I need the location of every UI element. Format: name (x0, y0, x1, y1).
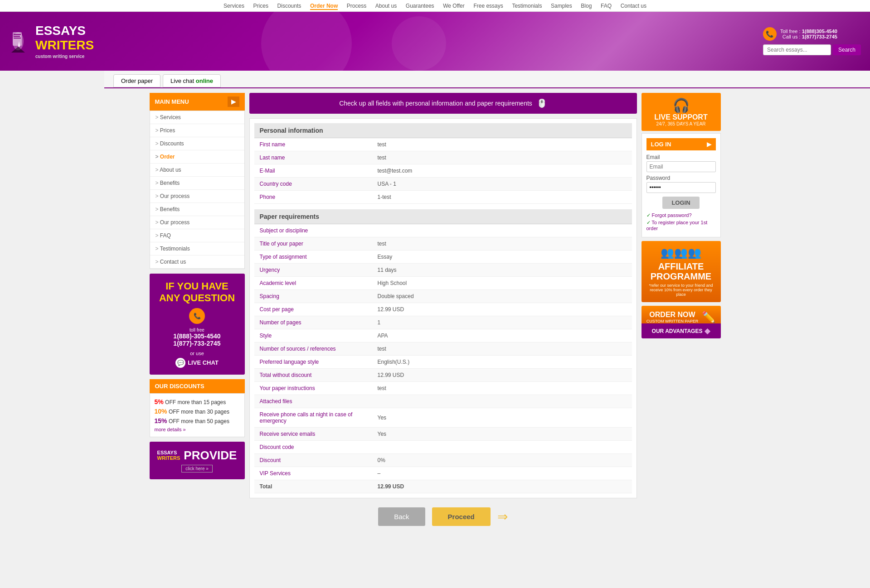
password-input[interactable] (646, 182, 716, 193)
field-value: 12.99 USD (372, 303, 632, 316)
chat-icon: 💬 (175, 358, 185, 368)
button-row: Back Proceed ⇒ (249, 507, 637, 526)
sidebar-item-about-us[interactable]: About us (150, 164, 244, 177)
ep-click[interactable]: click here » (181, 465, 213, 472)
proceed-arrow-icon: ⇒ (497, 509, 508, 524)
discount-item-15: 15% OFF more than 50 pages (155, 417, 240, 424)
field-value: 11 days (372, 264, 632, 277)
review-section: Personal information First name test Las… (249, 118, 637, 498)
table-row: Urgency 11 days (254, 264, 632, 277)
live-support-title: LIVE SUPPORT (646, 113, 716, 121)
sidebar-item-our-process2[interactable]: Our process (150, 216, 244, 229)
order-now-title: ORDER NOW (646, 310, 699, 319)
field-label: Spacing (254, 290, 372, 303)
field-value: APA (372, 329, 632, 342)
nav-services[interactable]: Services (224, 3, 244, 9)
nav-prices[interactable]: Prices (253, 3, 268, 9)
sidebar-item-benefits1[interactable]: Benefits (150, 177, 244, 190)
table-row: Total without discount 12.99 USD (254, 369, 632, 382)
essays-provide-banner[interactable]: ESSAYS WRITERS PROVIDE click here » (150, 442, 245, 479)
logo-area: ESSAYS WRITERS custom writing service (9, 24, 94, 59)
table-row: Spacing Double spaced (254, 290, 632, 303)
field-label: First name (254, 138, 372, 151)
search-area: Search (763, 44, 861, 55)
login-button[interactable]: LOGIN (662, 197, 699, 209)
nav-samples[interactable]: Samples (551, 3, 572, 9)
discount-item-5: 5% OFF more than 15 pages (155, 398, 240, 405)
sidebar-item-our-process1[interactable]: Our process (150, 190, 244, 203)
question-box: IF YOU HAVE ANY QUESTION 📞 toll free 1(8… (150, 274, 245, 375)
sidebar-item-faq[interactable]: FAQ (150, 229, 244, 242)
proceed-button[interactable]: Proceed (432, 507, 491, 526)
field-value: 0% (372, 454, 632, 467)
field-label: VIP Services (254, 467, 372, 480)
live-chat-label[interactable]: LIVE CHAT (188, 359, 219, 366)
back-button[interactable]: Back (378, 507, 425, 526)
sidebar-item-benefits2[interactable]: Benefits (150, 203, 244, 216)
field-value (372, 224, 632, 237)
field-value: High School (372, 277, 632, 290)
nav-free-essays[interactable]: Free essays (473, 3, 503, 9)
table-row: Country code USA - 1 (254, 178, 632, 191)
main-content: Check up all fields with personal inform… (249, 93, 637, 526)
search-input[interactable] (763, 44, 831, 55)
nav-discounts[interactable]: Discounts (277, 3, 301, 9)
sidebar-item-services[interactable]: Services (150, 111, 244, 124)
more-details-link[interactable]: more details » (155, 427, 240, 432)
top-navigation: Services Prices Discounts Order Now Proc… (0, 0, 870, 12)
pen-icon: ✏️ (702, 311, 715, 323)
sidebar-item-testimonials[interactable]: Testimonials (150, 242, 244, 255)
register-link[interactable]: To register place your 1st order (646, 220, 716, 231)
field-label: Subject or discipline (254, 224, 372, 237)
nav-order-now[interactable]: Order Now (310, 3, 338, 10)
affiliate-banner[interactable]: 👥👥👥 AFFILIATEPROGRAMME *refer our servic… (642, 241, 721, 302)
menu-arrow-icon[interactable]: ▶ (228, 96, 239, 107)
personal-info-title: Personal information (254, 123, 632, 138)
tab-live-chat[interactable]: Live chat online (163, 74, 221, 87)
table-row: Title of your paper test (254, 237, 632, 251)
tab-order-paper[interactable]: Order paper (113, 74, 160, 87)
forgot-password-link[interactable]: Forgot password? (646, 212, 716, 218)
nav-we-offer[interactable]: We Offer (443, 3, 465, 9)
table-row: Total 12.99 USD (254, 480, 632, 493)
field-label: Receive service emails (254, 428, 372, 441)
nav-guarantees[interactable]: Guarantees (406, 3, 434, 9)
field-value: test (372, 382, 632, 395)
our-advantages-button[interactable]: OUR ADVANTAGES ◆ (642, 323, 721, 338)
field-label: Total without discount (254, 369, 372, 382)
discount-item-10: 10% OFF more than 30 pages (155, 408, 240, 415)
table-row: Preferred language style English(U.S.) (254, 356, 632, 369)
field-value: 12.99 USD (372, 480, 632, 493)
nav-testimonials[interactable]: Testimonials (512, 3, 542, 9)
question-title: IF YOU HAVE ANY QUESTION (156, 280, 238, 304)
nav-process[interactable]: Process (347, 3, 366, 9)
search-button[interactable]: Search (833, 44, 861, 55)
field-label: Title of your paper (254, 237, 372, 251)
or-use: or use (190, 351, 204, 356)
nav-contact-us[interactable]: Contact us (621, 3, 646, 9)
table-row: Discount 0% (254, 454, 632, 467)
live-support-banner[interactable]: 🎧 LIVE SUPPORT 24/7, 365 DAYS A YEAR (642, 93, 721, 131)
ep-provide: PROVIDE (184, 448, 237, 463)
phone-info: 📞 Toll free : 1(888)305-4540 Call us : 1… (763, 27, 861, 41)
nav-blog[interactable]: Blog (581, 3, 592, 9)
order-now-section: ORDER NOW CUSTOM WRITTEN PAPER ✏️ OUR AD… (642, 306, 721, 338)
email-field-container: Email (646, 154, 716, 172)
sidebar-item-prices[interactable]: Prices (150, 124, 244, 137)
sidebar-item-discounts[interactable]: Discounts (150, 137, 244, 150)
field-value: 1-test (372, 191, 632, 204)
live-support-sub: 24/7, 365 DAYS A YEAR (646, 121, 716, 126)
headset-icon: 🎧 (646, 97, 716, 113)
email-input[interactable] (646, 161, 716, 172)
table-row: Type of assignment Essay (254, 251, 632, 264)
field-value: Double spaced (372, 290, 632, 303)
nav-faq[interactable]: FAQ (601, 3, 612, 9)
sidebar-item-contact-us[interactable]: Contact us (150, 255, 244, 269)
cursor-icon: 🖱️ (537, 98, 547, 108)
nav-about-us[interactable]: About us (375, 3, 397, 9)
field-value: test (372, 138, 632, 151)
order-now-banner[interactable]: ORDER NOW CUSTOM WRITTEN PAPER ✏️ (642, 306, 721, 323)
table-row: Cost per page 12.99 USD (254, 303, 632, 316)
sidebar-item-order[interactable]: Order (150, 150, 244, 164)
field-label: Cost per page (254, 303, 372, 316)
